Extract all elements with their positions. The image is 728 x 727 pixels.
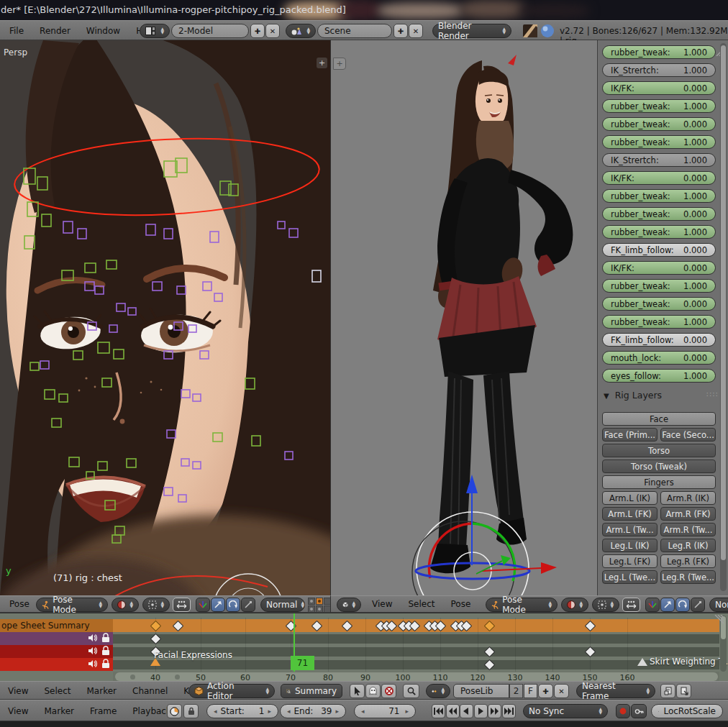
rig-property-slider[interactable]: IK/FK:0.000 xyxy=(602,81,716,95)
lock-icon[interactable] xyxy=(101,646,110,656)
sync-mode-dropdown[interactable]: No Sync▲▼ xyxy=(523,704,608,718)
rig-layer-button-leg-r-ik[interactable]: Leg.R (IK) xyxy=(660,539,716,552)
next-keyframe-button[interactable] xyxy=(488,704,501,718)
transform-orientation-dropdown[interactable]: Normal▲▼ xyxy=(260,598,305,612)
mode-dropdown[interactable]: Pose Mode▲▼ xyxy=(36,598,108,612)
ae-menu-select[interactable]: Select xyxy=(36,682,78,700)
jump-to-end-button[interactable] xyxy=(502,704,516,718)
tl-menu-view[interactable]: View xyxy=(0,703,36,720)
manipulator-axis-button[interactable] xyxy=(196,598,210,612)
layer-cell-active[interactable] xyxy=(316,598,323,605)
rig-layer-button-leg-l-ik[interactable]: Leg.L (IK) xyxy=(602,539,658,552)
keyframe-type-dropdown[interactable]: ▲▼ xyxy=(426,684,450,698)
ae-menu-marker[interactable]: Marker xyxy=(79,682,124,700)
region-resize-grip-icon[interactable] xyxy=(711,615,724,628)
viewport-shading-dropdown[interactable]: ▲▼ xyxy=(561,598,588,612)
region-expand-plus-button[interactable]: + xyxy=(333,58,346,70)
select-cursor-button[interactable] xyxy=(350,684,365,698)
region-expand-plus-button[interactable]: + xyxy=(317,58,327,68)
pivot-point-dropdown[interactable]: ▲▼ xyxy=(592,598,619,612)
menu-pose[interactable]: Pose xyxy=(1,596,37,613)
play-reverse-button[interactable] xyxy=(460,704,473,718)
playback-realtime-clock-button[interactable] xyxy=(167,704,182,718)
rig-layer-button-leg-l-twe[interactable]: Leg.L (Twe... xyxy=(602,570,658,584)
scene-name-field[interactable]: Scene xyxy=(317,24,392,38)
rig-layer-button-fingers[interactable]: Fingers xyxy=(602,475,716,489)
stepper-right-icon[interactable]: ▸ xyxy=(405,708,409,715)
rig-property-slider[interactable]: IK/FK:0.000 xyxy=(602,261,716,275)
rig-layer-button-face-seco[interactable]: Face (Seco... xyxy=(660,428,716,442)
frame-start-field[interactable]: ◂ Start: 1 ▸ xyxy=(206,704,278,718)
rig-layer-button-face-prim[interactable]: Face (Prim... xyxy=(602,428,658,442)
scene-dropdown[interactable]: ▲▼ xyxy=(286,24,316,38)
rig-layer-button-leg-r-twe[interactable]: Leg.R (Twe... xyxy=(660,570,716,584)
manipulator-scale-button[interactable] xyxy=(691,598,705,612)
hscrollbar-grip-dot[interactable] xyxy=(175,675,180,680)
layer-cell[interactable] xyxy=(308,605,315,613)
rig-property-slider[interactable]: eyes_follow:1.000 xyxy=(602,369,716,383)
autokey-mode-button[interactable] xyxy=(631,704,647,718)
render-engine-dropdown[interactable]: Blender Render▲▼ xyxy=(432,24,511,38)
manipulator-rotate-button[interactable] xyxy=(226,598,240,612)
rig-property-slider[interactable]: rubber_tweak:1.000 xyxy=(602,225,716,239)
viewport-left[interactable]: Persp y (71) rig : chest + xyxy=(0,40,330,595)
rig-property-slider[interactable]: rubber_tweak:0.000 xyxy=(602,117,716,131)
topbar-menu-render[interactable]: Render xyxy=(32,22,78,40)
ae-menu-view[interactable]: View xyxy=(0,682,36,700)
snap-mode-dropdown[interactable]: Nearest Frame▲▼ xyxy=(576,684,655,698)
topbar-menu-window[interactable]: Window xyxy=(78,22,128,40)
rig-layer-button-arm-l-ik[interactable]: Arm.L (IK) xyxy=(602,491,658,505)
manipulator-rotate-button[interactable] xyxy=(675,598,690,612)
play-button[interactable] xyxy=(474,704,488,718)
action-name-field[interactable]: PoseLib xyxy=(453,684,509,698)
delete-screen-layout-button[interactable]: ✕ xyxy=(265,24,280,38)
rig-property-slider[interactable]: rubber_tweak:0.000 xyxy=(602,207,716,221)
rig-layer-button-arm-r-ik[interactable]: Arm.R (IK) xyxy=(660,491,716,505)
rig-property-slider[interactable]: IK_Strertch:1.000 xyxy=(602,153,716,167)
mode-dropdown[interactable]: Pose Mode▲▼ xyxy=(486,598,558,612)
prev-keyframe-button[interactable] xyxy=(446,704,460,718)
rig-layers-panel-header[interactable]: ▼ Rig Layers :::: xyxy=(604,390,719,403)
manipulator-scale-button[interactable] xyxy=(241,598,255,612)
topbar-menu-file[interactable]: File xyxy=(1,22,32,40)
paste-pose-button[interactable] xyxy=(676,684,691,698)
rig-layer-button-arm-r-fk[interactable]: Arm.R (FK) xyxy=(660,507,716,521)
rig-property-slider[interactable]: IK_Strertch:1.000 xyxy=(602,63,716,77)
properties-scrollbar-handle[interactable] xyxy=(721,45,726,560)
jump-to-start-button[interactable] xyxy=(432,704,445,718)
rig-property-slider[interactable]: FK_limb_follow:0.000 xyxy=(602,243,716,257)
viewport-mid[interactable]: + xyxy=(330,40,597,595)
mute-speaker-icon[interactable] xyxy=(88,659,98,669)
keying-set-field[interactable]: LocRotScale xyxy=(651,704,723,718)
manipulate-center-points-button[interactable] xyxy=(173,598,191,612)
tl-menu-marker[interactable]: Marker xyxy=(36,703,81,720)
lock-icon[interactable] xyxy=(101,633,110,643)
stepper-left-icon[interactable]: ◂ xyxy=(214,708,217,715)
rig-property-slider[interactable]: rubber_tweak:1.000 xyxy=(602,189,716,203)
stepper-left-icon[interactable]: ◂ xyxy=(287,708,291,715)
stepper-left-icon[interactable]: ◂ xyxy=(361,708,365,715)
rig-layer-button-torso-tweak[interactable]: Torso (Tweak) xyxy=(602,459,716,473)
dopesheet-mode-dropdown[interactable]: Action Editor▲▼ xyxy=(188,684,275,698)
lock-frame-range-button[interactable] xyxy=(183,704,199,718)
mid-menu-view[interactable]: View xyxy=(364,596,400,613)
rig-property-slider[interactable]: mouth_lock:0.000 xyxy=(602,351,716,365)
rig-property-slider[interactable]: rubber_tweak:1.000 xyxy=(602,135,716,149)
timeline-marker[interactable] xyxy=(637,658,647,666)
mute-speaker-icon[interactable] xyxy=(88,646,98,656)
layer-cell[interactable] xyxy=(308,598,315,605)
search-filter-button[interactable] xyxy=(403,684,419,698)
channel-name-row[interactable] xyxy=(0,632,113,645)
transform-orientation-dropdown[interactable]: Normal▲▼ xyxy=(709,598,728,612)
ae-menu-channel[interactable]: Channel xyxy=(124,682,176,700)
copy-pose-button[interactable] xyxy=(660,684,675,698)
ghost-frames-button[interactable] xyxy=(365,684,381,698)
manipulator-translate-button[interactable] xyxy=(211,598,225,612)
current-frame-field[interactable]: ◂ 71 ▸ xyxy=(354,704,416,718)
keying-helper-button[interactable] xyxy=(381,684,396,698)
rig-property-slider[interactable]: rubber_tweak:1.000 xyxy=(602,99,716,113)
channel-name-row[interactable] xyxy=(0,658,113,671)
fake-user-button[interactable]: F xyxy=(524,684,537,698)
rig-layer-button-arm-l-fk[interactable]: Arm.L (FK) xyxy=(602,507,658,521)
unlink-action-button[interactable]: ✕ xyxy=(554,684,569,698)
